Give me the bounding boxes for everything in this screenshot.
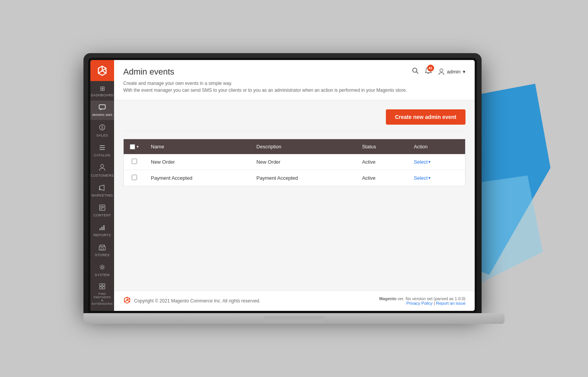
notification-button[interactable]: 41 bbox=[425, 67, 432, 76]
sidebar-item-marketing[interactable]: MARKETING bbox=[90, 181, 114, 201]
row-action-1: Select ▾ bbox=[408, 170, 466, 186]
page-description-2: With the event manager you can send SMS … bbox=[123, 87, 407, 94]
svg-rect-3 bbox=[100, 145, 105, 146]
row-description-1: Payment Accepted bbox=[250, 170, 356, 186]
screen-bezel: ⊞ DASHBOARD 360NRS-SMS bbox=[88, 58, 477, 313]
svg-rect-17 bbox=[100, 284, 102, 286]
user-menu-button[interactable]: admin ▾ bbox=[438, 68, 466, 75]
sidebar-item-stores[interactable]: STORES bbox=[90, 240, 114, 260]
row-select-button-1[interactable]: Select ▾ bbox=[414, 175, 431, 181]
svg-rect-14 bbox=[99, 247, 105, 250]
svg-rect-19 bbox=[100, 287, 102, 289]
stores-icon bbox=[99, 244, 106, 252]
svg-rect-0 bbox=[99, 105, 105, 109]
svg-rect-20 bbox=[103, 287, 105, 289]
notification-badge: 41 bbox=[427, 65, 434, 72]
admin-events-table: ▾ Name Description bbox=[123, 139, 466, 186]
row-name-0: New Order bbox=[145, 154, 250, 170]
laptop-base bbox=[83, 313, 505, 324]
svg-point-6 bbox=[101, 164, 104, 167]
svg-rect-12 bbox=[101, 227, 103, 230]
laptop-outer: ⊞ DASHBOARD 360NRS-SMS bbox=[83, 53, 482, 313]
svg-point-16 bbox=[101, 266, 103, 268]
footer-links: Privacy Policy | Report an issue bbox=[379, 301, 466, 306]
row-checkbox-0[interactable] bbox=[132, 159, 137, 164]
user-dropdown-icon: ▾ bbox=[463, 69, 466, 75]
laptop-trackpad bbox=[263, 316, 325, 322]
row-select-button-0[interactable]: Select ▾ bbox=[414, 159, 431, 165]
table-header-action: Action bbox=[408, 139, 466, 154]
footer-magento-label: Magento bbox=[379, 296, 396, 301]
sales-icon: $ bbox=[99, 124, 105, 132]
create-admin-event-button[interactable]: Create new admin event bbox=[386, 109, 466, 125]
report-issue-link[interactable]: Report an issue bbox=[436, 301, 466, 306]
svg-rect-18 bbox=[103, 284, 105, 286]
table-header-description: Description bbox=[250, 139, 356, 154]
search-button[interactable] bbox=[412, 67, 419, 76]
row-checkbox-cell bbox=[124, 154, 145, 170]
svg-rect-5 bbox=[100, 149, 105, 150]
row-description-0: New Order bbox=[250, 154, 356, 170]
sms-icon bbox=[99, 104, 106, 112]
find-partners-icon bbox=[99, 283, 105, 291]
sidebar-item-content[interactable]: CONTENT bbox=[90, 201, 114, 221]
svg-rect-9 bbox=[100, 207, 104, 208]
footer-version: ver. No version set (parsed as 1.0.0) bbox=[398, 296, 466, 301]
sidebar-item-sales[interactable]: $ SALES bbox=[90, 120, 114, 141]
footer-logo-icon bbox=[123, 296, 131, 306]
page-title-area: Admin events Create and manage your own … bbox=[123, 67, 407, 94]
reports-icon bbox=[99, 224, 105, 232]
table-header-row: ▾ Name Description bbox=[124, 139, 466, 154]
dashboard-icon: ⊞ bbox=[100, 85, 105, 92]
catalog-icon bbox=[99, 145, 105, 152]
customers-icon bbox=[99, 164, 105, 172]
main-area: Admin events Create and manage your own … bbox=[114, 60, 475, 311]
sidebar-item-reports[interactable]: REPORTS bbox=[90, 221, 114, 240]
svg-text:$: $ bbox=[101, 125, 103, 130]
svg-rect-11 bbox=[100, 228, 101, 230]
svg-rect-10 bbox=[100, 208, 103, 209]
sidebar-item-customers[interactable]: CUSTOMERS bbox=[90, 160, 114, 181]
page-footer: Copyright © 2021 Magento Commerce Inc. A… bbox=[114, 291, 475, 311]
svg-rect-4 bbox=[100, 147, 105, 148]
magento-logo bbox=[90, 60, 114, 81]
svg-rect-8 bbox=[100, 206, 104, 207]
footer-right: Magento ver. No version set (parsed as 1… bbox=[379, 296, 466, 306]
row-status-0: Active bbox=[356, 154, 408, 170]
user-name: admin bbox=[447, 69, 461, 75]
content-area: Create new admin event ▾ bbox=[114, 100, 475, 291]
header-actions: 41 admin ▾ bbox=[412, 67, 466, 76]
table-header-status: Status bbox=[356, 139, 408, 154]
row-name-1: Payment Accepted bbox=[145, 170, 250, 186]
svg-rect-13 bbox=[103, 225, 105, 230]
table-row: Payment Accepted Payment Accepted Active… bbox=[124, 170, 466, 186]
svg-rect-15 bbox=[101, 248, 103, 250]
laptop-screen: ⊞ DASHBOARD 360NRS-SMS bbox=[90, 60, 475, 311]
sidebar-item-dashboard[interactable]: ⊞ DASHBOARD bbox=[90, 81, 114, 101]
sidebar-item-find-partners[interactable]: FIND PARTNERS& EXTENSIONS bbox=[90, 280, 114, 308]
marketing-icon bbox=[99, 185, 106, 192]
sidebar-item-catalog[interactable]: CATALOG bbox=[90, 141, 114, 161]
row-action-0: Select ▾ bbox=[408, 154, 466, 170]
sidebar-item-system[interactable]: SYSTEM bbox=[90, 260, 114, 280]
sidebar-item-360nrs[interactable]: 360NRS-SMS bbox=[90, 101, 114, 120]
content-icon bbox=[99, 205, 105, 212]
select-all-dropdown-button[interactable]: ▾ bbox=[137, 145, 139, 149]
sidebar: ⊞ DASHBOARD 360NRS-SMS bbox=[90, 60, 114, 311]
table-header-checkbox: ▾ bbox=[124, 139, 145, 154]
table-header-name: Name bbox=[145, 139, 250, 154]
row-checkbox-cell bbox=[124, 170, 145, 186]
page-title: Admin events bbox=[123, 67, 407, 77]
row-status-1: Active bbox=[356, 170, 408, 186]
footer-copyright: Copyright © 2021 Magento Commerce Inc. A… bbox=[134, 298, 260, 304]
system-icon bbox=[99, 264, 105, 272]
footer-left: Copyright © 2021 Magento Commerce Inc. A… bbox=[123, 296, 260, 306]
top-header: Admin events Create and manage your own … bbox=[114, 60, 475, 100]
row-checkbox-1[interactable] bbox=[132, 175, 137, 180]
page-description-1: Create and manage your own events in a s… bbox=[123, 80, 407, 87]
action-bar: Create new admin event bbox=[123, 109, 466, 131]
privacy-policy-link[interactable]: Privacy Policy bbox=[407, 301, 433, 306]
svg-point-22 bbox=[440, 69, 443, 72]
table-row: New Order New Order Active Select ▾ bbox=[124, 154, 466, 170]
select-all-checkbox[interactable] bbox=[130, 144, 135, 150]
